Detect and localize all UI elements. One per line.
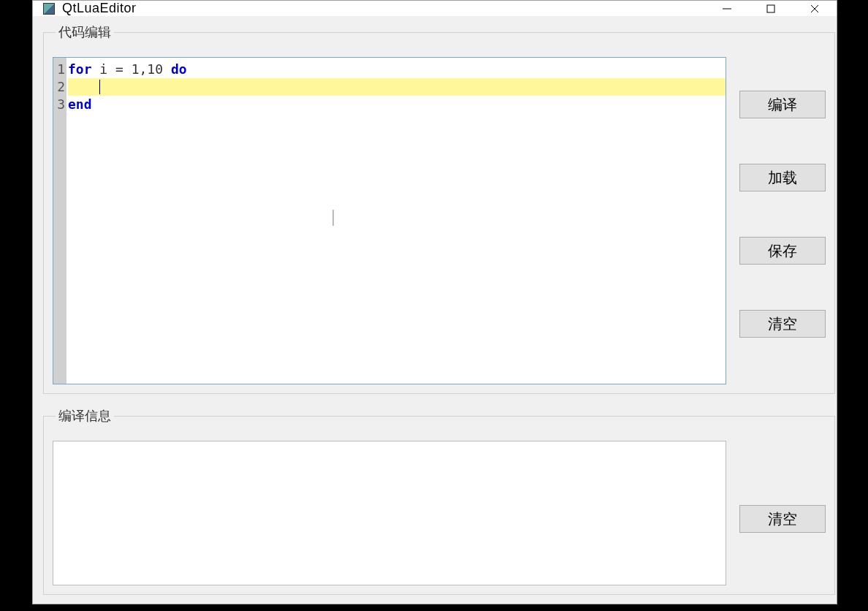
code-edit-legend: 代码编辑	[56, 23, 114, 41]
close-button[interactable]	[793, 1, 837, 16]
code-editor[interactable]: 123 for i = 1,10 do end	[53, 57, 726, 384]
compile-button[interactable]: 编译	[739, 91, 826, 118]
app-window: QtLuaEditor 代码编辑 123 for i = 1,10 do	[32, 0, 837, 604]
load-button[interactable]: 加载	[739, 164, 826, 191]
compile-info-legend: 编译信息	[56, 407, 114, 425]
line-number: 2	[53, 78, 65, 96]
code-line[interactable]	[68, 78, 726, 96]
text-cursor-icon	[332, 210, 334, 226]
maximize-icon	[766, 4, 776, 14]
app-icon	[43, 3, 55, 15]
window-title: QtLuaEditor	[62, 1, 137, 16]
client-area: 代码编辑 123 for i = 1,10 do end 编译 加载 保存 清空…	[33, 16, 837, 605]
compile-info-group: 编译信息 清空	[43, 407, 835, 595]
line-number: 3	[53, 96, 65, 113]
title-left: QtLuaEditor	[43, 1, 137, 16]
code-line[interactable]: for i = 1,10 do	[68, 61, 726, 78]
minimize-icon	[722, 4, 732, 14]
maximize-button[interactable]	[749, 1, 793, 16]
editor-row: 123 for i = 1,10 do end 编译 加载 保存 清空	[53, 57, 826, 384]
minimize-button[interactable]	[705, 1, 749, 16]
compile-row: 清空	[53, 441, 826, 585]
line-number: 1	[53, 61, 65, 78]
clear-editor-button[interactable]: 清空	[739, 310, 826, 338]
svg-rect-1	[767, 5, 774, 12]
save-button[interactable]: 保存	[739, 237, 826, 265]
close-icon	[810, 4, 820, 14]
code-text-area[interactable]: for i = 1,10 do end	[66, 58, 726, 384]
line-number-gutter: 123	[53, 58, 66, 384]
editor-button-column: 编译 加载 保存 清空	[739, 57, 826, 338]
code-line[interactable]: end	[68, 96, 726, 113]
caret-icon	[99, 80, 100, 94]
code-edit-group: 代码编辑 123 for i = 1,10 do end 编译 加载 保存 清空	[43, 23, 835, 394]
compile-output[interactable]	[53, 441, 726, 585]
output-button-column: 清空	[739, 441, 826, 533]
clear-output-button[interactable]: 清空	[739, 505, 826, 533]
titlebar: QtLuaEditor	[33, 1, 837, 16]
window-controls	[705, 1, 837, 16]
